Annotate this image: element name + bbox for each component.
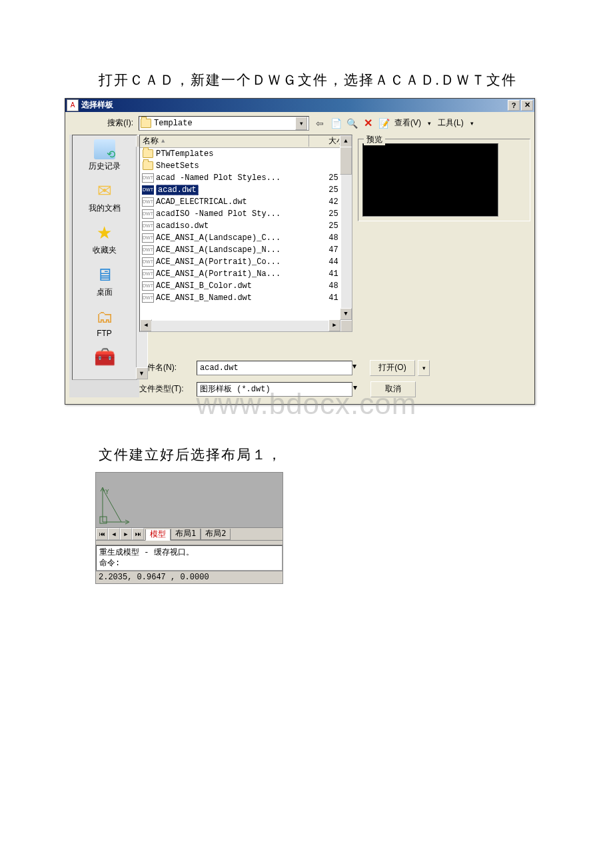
preview-canvas bbox=[362, 143, 498, 217]
history-icon bbox=[94, 139, 115, 159]
file-scroll-up[interactable]: ▲ bbox=[340, 135, 352, 147]
file-row[interactable]: DWTacad -Named Plot Styles...25 K bbox=[140, 172, 352, 184]
tab-prev-icon[interactable]: ◀ bbox=[108, 528, 120, 540]
tab-last-icon[interactable]: ⏭ bbox=[132, 528, 144, 540]
places-scroll-down[interactable]: ▼ bbox=[136, 367, 148, 379]
file-name: acad.dwt bbox=[156, 185, 314, 195]
tab-layout2[interactable]: 布局2 bbox=[201, 529, 231, 540]
file-row[interactable]: DWTACE_ANSI_A(Landscape)_N...47 K bbox=[140, 244, 352, 256]
file-row[interactable]: SheetSets bbox=[140, 160, 352, 172]
file-row[interactable]: DWTACE_ANSI_A(Landscape)_C...48 K bbox=[140, 232, 352, 244]
column-name[interactable]: 名称 bbox=[143, 135, 159, 147]
dwt-file-icon: DWT bbox=[142, 221, 154, 231]
back-icon[interactable]: ⇦ bbox=[313, 117, 326, 130]
file-row[interactable]: DWTACE_ANSI_B_Color.dwt48 K bbox=[140, 280, 352, 292]
file-row[interactable]: DWTacad.dwt25 K bbox=[140, 184, 352, 196]
up-level-icon[interactable]: 📄 bbox=[329, 117, 342, 130]
search-label: 搜索(I): bbox=[69, 117, 135, 129]
dwt-file-icon: DWT bbox=[142, 257, 154, 267]
my-documents-icon: ✉ bbox=[94, 181, 115, 201]
file-scroll-down[interactable]: ▼ bbox=[340, 308, 352, 320]
properties-icon[interactable]: 📝 bbox=[377, 117, 390, 130]
search-location-combo[interactable]: Template ▾ bbox=[139, 116, 309, 131]
favorites-icon: ★ bbox=[94, 223, 115, 243]
file-name: ACAD_ELECTRICAL.dwt bbox=[156, 197, 314, 207]
file-name: SheetSets bbox=[156, 161, 314, 171]
folder-icon bbox=[143, 161, 153, 170]
place-label: 收藏夹 bbox=[93, 245, 117, 256]
view-menu[interactable]: 查看(V) bbox=[393, 117, 422, 129]
place-label: 我的文档 bbox=[89, 203, 121, 214]
dwt-file-icon: DWT bbox=[142, 233, 154, 243]
paragraph-1: 打开ＣＡＤ，新建一个ＤＷＧ文件，选择ＡＣＡＤ.ＤＷＴ文件 bbox=[63, 70, 550, 91]
folder-icon bbox=[143, 149, 153, 158]
file-row[interactable]: DWTacadISO -Named Plot Sty...25 K bbox=[140, 208, 352, 220]
place-ftp[interactable]: 🗂 FTP bbox=[78, 307, 131, 338]
paragraph-2: 文件建立好后选择布局１， bbox=[63, 445, 550, 466]
search-location-text: Template bbox=[154, 119, 193, 128]
place-my-documents[interactable]: ✉ 我的文档 bbox=[78, 181, 131, 214]
file-name: acadISO -Named Plot Sty... bbox=[156, 209, 314, 219]
file-row[interactable]: DWTACAD_ELECTRICAL.dwt42 K bbox=[140, 196, 352, 208]
desktop-icon: 🖥 bbox=[94, 265, 115, 285]
sort-asc-icon: ▲ bbox=[161, 138, 165, 145]
tab-layout1[interactable]: 布局1 bbox=[171, 529, 201, 540]
file-name: ACE_ANSI_B_Color.dwt bbox=[156, 281, 314, 291]
place-desktop[interactable]: 🖥 桌面 bbox=[78, 265, 131, 298]
file-row[interactable]: DWTACE_ANSI_A(Portrait)_Na...41 K bbox=[140, 268, 352, 280]
file-name: ACE_ANSI_A(Landscape)_C... bbox=[156, 233, 314, 243]
dwt-file-icon: DWT bbox=[142, 281, 154, 291]
filename-history-drop-icon[interactable]: ▾ bbox=[352, 361, 356, 375]
filename-input[interactable]: acad.dwt bbox=[197, 361, 352, 375]
file-name: ACE_ANSI_A(Landscape)_N... bbox=[156, 245, 314, 255]
file-vscroll-thumb[interactable] bbox=[340, 147, 352, 175]
command-line: 重生成模型 - 缓存视口。 bbox=[99, 547, 279, 558]
command-box[interactable]: 重生成模型 - 缓存视口。 命令: bbox=[96, 545, 283, 571]
tab-next-icon[interactable]: ▶ bbox=[120, 528, 132, 540]
place-label: FTP bbox=[97, 329, 112, 338]
place-history[interactable]: 历史记录 bbox=[78, 139, 131, 172]
ucs-icon: Y X bbox=[99, 485, 131, 525]
tools-menu[interactable]: 工具(L) bbox=[436, 117, 465, 129]
dwt-file-icon: DWT bbox=[142, 173, 154, 183]
buzzsaw-icon: 🧰 bbox=[94, 347, 115, 367]
dwt-file-icon: DWT bbox=[142, 245, 154, 255]
search-icon[interactable]: 🔍 bbox=[345, 117, 358, 130]
titlebar[interactable]: A 选择样板 ? ✕ bbox=[65, 99, 534, 112]
file-scroll-right[interactable]: ▶ bbox=[328, 319, 340, 331]
close-button[interactable]: ✕ bbox=[521, 100, 533, 111]
combo-dropdown-icon[interactable]: ▾ bbox=[295, 117, 307, 130]
file-name: ACE_ANSI_B_Named.dwt bbox=[156, 293, 314, 303]
preview-group: 预览 bbox=[358, 139, 530, 221]
place-label: 历史记录 bbox=[89, 161, 121, 172]
dialog-title: 选择样板 bbox=[81, 99, 508, 111]
command-prompt: 命令: bbox=[99, 558, 279, 569]
tab-model[interactable]: 模型 bbox=[145, 529, 171, 541]
file-name: acadiso.dwt bbox=[156, 221, 314, 231]
place-favorites[interactable]: ★ 收藏夹 bbox=[78, 223, 131, 256]
file-row[interactable]: DWTacadiso.dwt25 K bbox=[140, 220, 352, 232]
file-row[interactable]: DWTACE_ANSI_A(Portrait)_Co...44 K bbox=[140, 256, 352, 268]
file-row[interactable]: DWTACE_ANSI_B_Named.dwt41 K bbox=[140, 292, 352, 304]
dwt-file-icon: DWT bbox=[142, 209, 154, 219]
tools-menu-drop-icon[interactable]: ▾ bbox=[468, 120, 476, 127]
help-button[interactable]: ? bbox=[508, 100, 520, 111]
cad-canvas[interactable]: Y X bbox=[96, 473, 283, 527]
file-scroll-left[interactable]: ◀ bbox=[140, 319, 152, 331]
layout-tab-bar: ⏮ ◀ ▶ ⏭ 模型 布局1 布局2 bbox=[96, 527, 283, 540]
delete-icon[interactable]: ✕ bbox=[361, 117, 374, 130]
tab-first-icon[interactable]: ⏮ bbox=[96, 528, 108, 540]
places-bar: ▲ ▼ 历史记录 ✉ 我的文档 ★ 收藏夹 bbox=[72, 135, 137, 380]
file-row[interactable]: PTWTemplates bbox=[140, 148, 352, 160]
view-menu-drop-icon[interactable]: ▾ bbox=[425, 120, 434, 127]
file-name: ACE_ANSI_A(Portrait)_Na... bbox=[156, 269, 314, 279]
folder-icon bbox=[141, 119, 151, 128]
dwt-file-icon: DWT bbox=[142, 269, 154, 279]
place-buzzsaw[interactable]: 🧰 bbox=[78, 347, 131, 367]
filetype-label: 文件类型(T): bbox=[139, 383, 193, 395]
file-list-header[interactable]: 名称 ▲ 大小 ▲ bbox=[140, 135, 352, 148]
scroll-corner bbox=[341, 321, 352, 331]
file-list[interactable]: 名称 ▲ 大小 ▲ PTWTemplatesSheetSetsDWTacad -… bbox=[139, 135, 352, 332]
place-label: 桌面 bbox=[97, 287, 113, 298]
file-hscroll-track[interactable] bbox=[151, 321, 329, 331]
